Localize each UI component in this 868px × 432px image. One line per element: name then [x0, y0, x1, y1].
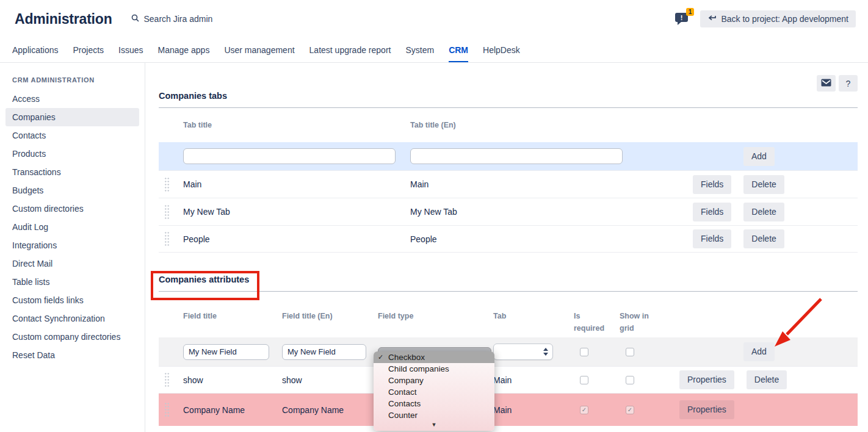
mail-button[interactable] — [817, 75, 836, 92]
tab-user-management[interactable]: User management — [224, 38, 294, 62]
notification-badge: 1 — [686, 8, 695, 16]
tab-cell: Main — [493, 405, 568, 415]
is-required-checkbox[interactable] — [580, 348, 588, 356]
companies-tabs-header-row: Tab title Tab title (En) — [159, 108, 858, 142]
search-icon — [131, 14, 139, 24]
tab-applications[interactable]: Applications — [12, 38, 59, 62]
tab-title-cell: People — [183, 234, 410, 244]
admin-nav-tabs: Applications Projects Issues Manage apps… — [0, 38, 868, 63]
attribute-row-company-name: Company Name Company Name Main ✓ ✓ Prope… — [159, 393, 858, 426]
select-stepper-icon — [543, 348, 548, 356]
field-title-en-input[interactable] — [282, 344, 366, 360]
tab-manage-apps[interactable]: Manage apps — [158, 38, 210, 62]
is-required-checkbox[interactable] — [580, 376, 588, 384]
delete-button[interactable]: Delete — [747, 370, 787, 389]
column-show-in-grid: Show in grid — [613, 310, 678, 334]
sidebar-item-contacts[interactable]: Contacts — [5, 126, 139, 145]
tab-title-cell: Main — [183, 179, 410, 189]
tab-title-en-cell: My New Tab — [410, 207, 678, 217]
field-title-input[interactable] — [183, 344, 269, 360]
tab-title-en-cell: People — [410, 234, 678, 244]
crm-sidebar: CRM ADMINISTRATION Access Companies Cont… — [0, 63, 145, 432]
sidebar-item-custom-directories[interactable]: Custom directories — [5, 200, 139, 218]
sidebar-item-integrations[interactable]: Integrations — [5, 236, 139, 254]
tab-title-input[interactable] — [183, 148, 396, 164]
column-field-type: Field type — [378, 310, 493, 322]
delete-button[interactable]: Delete — [743, 229, 784, 248]
sidebar-item-budgets[interactable]: Budgets — [5, 181, 139, 200]
is-required-checkbox-checked[interactable]: ✓ — [580, 406, 588, 414]
main-content: ? Companies tabs Tab title Tab title (En… — [145, 63, 868, 432]
companies-attributes-add-row: Add — [159, 337, 858, 366]
tab-latest-upgrade-report[interactable]: Latest upgrade report — [309, 38, 391, 62]
sidebar-item-custom-company-directories[interactable]: Custom company directories — [5, 328, 139, 346]
add-attribute-button[interactable]: Add — [743, 342, 775, 361]
sidebar-item-table-lists[interactable]: Table lists — [5, 273, 139, 291]
sidebar-heading: CRM ADMINISTRATION — [0, 76, 145, 84]
tab-system[interactable]: System — [405, 38, 434, 62]
dropdown-option-child-companies[interactable]: Child companies — [374, 363, 494, 375]
sidebar-item-transactions[interactable]: Transactions — [5, 163, 139, 181]
tab-title-cell: My New Tab — [183, 207, 410, 217]
field-type-dropdown-menu: ✓ Checkbox Child companies Company Conta… — [374, 351, 494, 431]
drag-handle-icon[interactable] — [164, 177, 170, 192]
help-button[interactable]: ? — [839, 75, 858, 92]
column-tab-title-en: Tab title (En) — [410, 119, 678, 131]
dropdown-option-contact[interactable]: Contact — [374, 386, 494, 398]
field-title-cell: Company Name — [183, 405, 282, 415]
show-in-grid-checkbox[interactable] — [626, 376, 634, 384]
sidebar-item-audit-log[interactable]: Audit Log — [5, 218, 139, 236]
sidebar-item-direct-mail[interactable]: Direct Mail — [5, 254, 139, 273]
properties-button[interactable]: Properties — [679, 370, 734, 389]
companies-attributes-section: Companies attributes Field title Field t… — [159, 275, 858, 426]
drag-handle-icon[interactable] — [164, 402, 170, 417]
column-is-required: Is required — [568, 310, 613, 334]
speech-bubble-icon: ! — [675, 17, 689, 27]
tab-title-en-cell: Main — [410, 179, 678, 189]
fields-button[interactable]: Fields — [693, 203, 731, 221]
delete-button[interactable]: Delete — [743, 203, 784, 221]
notifications-button[interactable]: ! 1 — [675, 12, 690, 26]
field-title-en-cell: Company Name — [282, 405, 378, 415]
properties-button[interactable]: Properties — [679, 400, 734, 419]
show-in-grid-checkbox[interactable] — [626, 348, 634, 356]
fields-button[interactable]: Fields — [693, 229, 731, 248]
envelope-icon — [821, 79, 831, 88]
fields-button[interactable]: Fields — [693, 175, 731, 194]
tab-title-en-input[interactable] — [410, 148, 623, 164]
dropdown-option-checkbox[interactable]: ✓ Checkbox — [374, 351, 494, 363]
back-to-project-button[interactable]: Back to project: App development — [700, 10, 856, 27]
drag-handle-icon[interactable] — [164, 372, 170, 387]
attribute-row-show: show show Main Properties Delete — [159, 366, 858, 393]
drag-handle-icon[interactable] — [164, 204, 170, 220]
column-field-title-en: Field title (En) — [282, 310, 378, 322]
companies-tabs-section: Companies tabs Tab title Tab title (En) … — [159, 91, 858, 253]
tab-helpdesk[interactable]: HelpDesk — [483, 38, 520, 62]
scroll-down-indicator-icon[interactable]: ▼ — [374, 421, 494, 430]
drag-handle-icon[interactable] — [164, 231, 170, 247]
companies-tabs-title: Companies tabs — [159, 91, 858, 101]
sidebar-item-products[interactable]: Products — [5, 145, 139, 163]
dropdown-option-company[interactable]: Company — [374, 375, 494, 386]
sidebar-item-access[interactable]: Access — [5, 90, 139, 108]
tab-projects[interactable]: Projects — [73, 38, 104, 62]
dropdown-option-counter[interactable]: Counter — [374, 409, 494, 421]
dropdown-option-contacts[interactable]: Contacts — [374, 398, 494, 409]
delete-button[interactable]: Delete — [743, 175, 784, 194]
sidebar-item-reset-data[interactable]: Reset Data — [5, 346, 139, 364]
companies-attributes-title: Companies attributes — [159, 275, 858, 284]
show-in-grid-checkbox-checked[interactable]: ✓ — [626, 406, 634, 414]
column-tab-title: Tab title — [183, 119, 410, 131]
sidebar-item-companies[interactable]: Companies — [5, 108, 139, 126]
add-tab-button[interactable]: Add — [743, 147, 775, 166]
tab-crm[interactable]: CRM — [449, 38, 468, 62]
sidebar-item-custom-fields-links[interactable]: Custom fields links — [5, 291, 139, 309]
tab-issues[interactable]: Issues — [118, 38, 143, 62]
sidebar-item-contact-synchronization[interactable]: Contact Synchronization — [5, 309, 139, 328]
admin-search[interactable]: Search Jira admin — [131, 14, 212, 24]
table-row-main: Main Main Fields Delete — [159, 170, 858, 198]
admin-header: Administration Search Jira admin ! 1 Bac… — [0, 0, 868, 38]
table-row-people: People People Fields Delete — [159, 225, 858, 253]
tab-select[interactable] — [493, 344, 553, 360]
return-arrow-icon — [707, 14, 716, 24]
